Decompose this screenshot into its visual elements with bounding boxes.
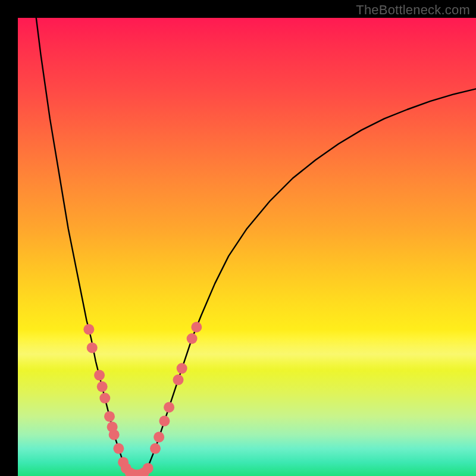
curve-marker <box>104 411 115 422</box>
chart-frame: TheBottleneck.com <box>0 0 476 476</box>
curve-marker <box>99 393 110 403</box>
watermark-text: TheBottleneck.com <box>356 2 470 18</box>
curve-marker <box>113 443 124 454</box>
curve-marker <box>94 370 105 381</box>
curve-marker <box>187 333 198 344</box>
curve-marker <box>173 374 184 385</box>
curve-marker <box>177 363 187 374</box>
bottleneck-curve-svg <box>18 18 476 476</box>
curve-marker <box>97 381 108 392</box>
curve-marker <box>159 416 170 427</box>
curve-marker <box>164 402 174 413</box>
curve-marker <box>154 432 164 443</box>
curve-marker <box>87 342 98 353</box>
plot-area <box>18 18 476 476</box>
curve-marker <box>143 463 154 474</box>
curve-marker <box>83 324 94 335</box>
curve-marker <box>109 430 120 440</box>
curve-marker <box>191 322 202 333</box>
curve-marker <box>150 443 161 454</box>
marker-layer <box>83 322 202 476</box>
bottleneck-curve <box>36 18 476 475</box>
